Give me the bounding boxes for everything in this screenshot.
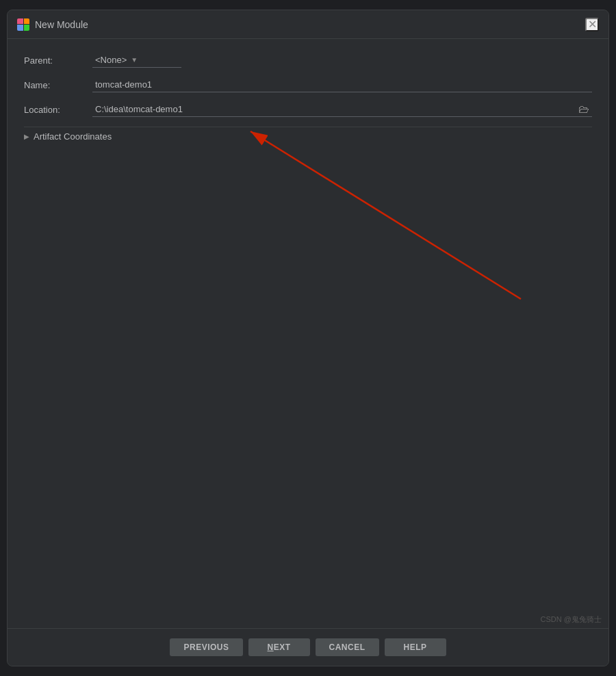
artifact-section-header[interactable]: ▶ Artifact Coordinates	[24, 127, 592, 146]
title-bar: New Module ✕	[8, 10, 608, 39]
dialog-title: New Module	[35, 19, 585, 30]
parent-value: <None>	[95, 55, 127, 65]
close-button[interactable]: ✕	[585, 18, 599, 31]
folder-icon: 🗁	[578, 103, 589, 116]
location-label: Location:	[24, 105, 92, 115]
name-input[interactable]	[92, 77, 592, 92]
dialog-footer: PREVIOUS NEXT CANCEL HELP	[8, 628, 608, 666]
next-underline: N	[267, 642, 273, 652]
location-row: Location: 🗁	[24, 102, 592, 117]
artifact-section-title: Artifact Coordinates	[34, 131, 112, 142]
module-icon	[17, 18, 29, 31]
cancel-button[interactable]: CANCEL	[316, 638, 379, 656]
arrow-annotation	[110, 80, 589, 326]
dropdown-arrow-icon: ▼	[131, 56, 138, 64]
name-label: Name:	[24, 80, 92, 90]
next-rest: EXT	[274, 642, 291, 652]
watermark: CSDN @鬼兔骑士	[541, 614, 602, 625]
name-row: Name:	[24, 77, 592, 92]
browse-button[interactable]: 🗁	[576, 102, 592, 117]
parent-row: Parent: <None> ▼	[24, 53, 592, 68]
name-control	[92, 77, 592, 92]
new-module-dialog: New Module ✕ Parent: <None> ▼ Name: Loca…	[7, 10, 609, 666]
help-button[interactable]: HELP	[385, 638, 446, 656]
parent-dropdown[interactable]: <None> ▼	[92, 53, 181, 68]
svg-line-1	[251, 131, 521, 299]
location-control: 🗁	[92, 102, 592, 117]
parent-control: <None> ▼	[92, 53, 592, 68]
location-input[interactable]	[92, 102, 592, 117]
next-button[interactable]: NEXT	[248, 638, 310, 656]
parent-label: Parent:	[24, 55, 92, 66]
chevron-right-icon: ▶	[24, 133, 29, 140]
arrow-svg	[110, 80, 589, 326]
previous-button[interactable]: PREVIOUS	[170, 638, 242, 656]
dialog-content: Parent: <None> ▼ Name: Location: 🗁	[8, 39, 608, 628]
